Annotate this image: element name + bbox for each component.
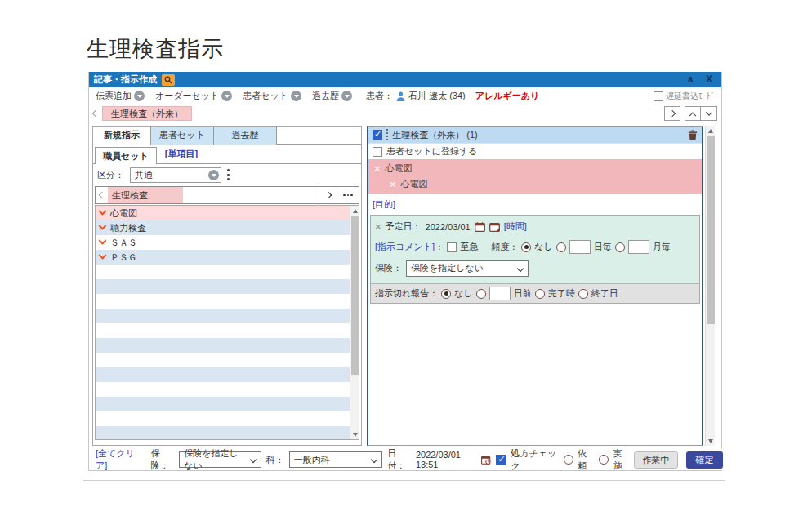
freq-daily-label: 日毎	[594, 241, 612, 253]
tab-physio-exam[interactable]: 生理検査（外来）	[102, 106, 192, 121]
request-radio[interactable]	[564, 455, 573, 465]
delay-write-mode[interactable]: 遅延書込ﾓｰﾄﾞ	[654, 91, 715, 102]
expiry-enddate-radio[interactable]	[578, 289, 588, 299]
freq-monthly-radio[interactable]	[615, 242, 625, 252]
freq-daily-radio[interactable]	[556, 242, 566, 252]
delete-order-button[interactable]	[688, 130, 698, 140]
close-button[interactable]: X	[703, 72, 716, 87]
freq-monthly-input[interactable]	[628, 240, 649, 254]
list-item[interactable]	[96, 294, 350, 309]
ordered-item-row[interactable]: × 心電図	[368, 176, 702, 192]
search-go-button[interactable]	[319, 187, 337, 203]
planned-date-value: 2022/03/01	[426, 222, 471, 232]
tab-down-button[interactable]	[701, 106, 717, 121]
list-item[interactable]: ＰＳＧ	[96, 250, 350, 265]
list-item[interactable]	[96, 353, 350, 367]
scrollbar-thumb[interactable]	[351, 216, 359, 375]
tab-new-order[interactable]: 新規指示	[93, 127, 151, 145]
category-row: 区分： 共通	[93, 164, 361, 185]
planned-date-label: 予定日：	[386, 220, 422, 233]
list-item[interactable]	[96, 411, 350, 426]
order-comment-link[interactable]: [指示コメント]：	[375, 241, 444, 253]
list-item[interactable]: 心電図	[96, 206, 350, 220]
list-item[interactable]: ＳＡＳ	[96, 235, 350, 250]
left-panel: 新規指示 患者セット 過去歴 職員セット [単項目] 区分： 共通 生理検査	[92, 126, 362, 446]
single-item-link[interactable]: [単項目]	[165, 148, 198, 163]
tab-scroll-left-icon[interactable]	[92, 109, 99, 116]
expiry-none-radio[interactable]	[441, 289, 451, 299]
clear-all-link[interactable]: [全てクリア]	[96, 447, 140, 472]
tab-updown-group	[685, 106, 717, 121]
patient-info: 患者： 石川 遼太 (34) アレルギーあり	[366, 90, 539, 102]
menu-history[interactable]: 過去歴	[312, 90, 352, 102]
freq-none-radio[interactable]	[521, 242, 531, 252]
chevron-left-icon	[98, 192, 105, 198]
list-item[interactable]	[96, 323, 350, 338]
search-scope[interactable]: 生理検査	[108, 187, 183, 203]
dropdown-circle-icon	[208, 170, 219, 180]
exam-list-scrollbar[interactable]	[350, 206, 359, 439]
order-card-title: 生理検査（外来） (1)	[392, 129, 478, 141]
urgent-checkbox[interactable]	[447, 242, 457, 252]
register-checkbox[interactable]	[373, 147, 382, 157]
subtab-staff-set[interactable]: 職員セット	[95, 147, 157, 164]
scroll-up-icon[interactable]	[706, 126, 715, 136]
ordered-item-row[interactable]: × 心電図	[368, 161, 702, 176]
tab-history[interactable]: 過去歴	[214, 127, 277, 145]
remove-item-icon[interactable]: ×	[390, 179, 396, 189]
working-button[interactable]: 作業中	[634, 452, 678, 469]
category-select[interactable]: 共通	[130, 167, 221, 183]
list-item[interactable]	[96, 309, 350, 323]
tab-patient-set[interactable]: 患者セット	[151, 127, 214, 145]
search-input[interactable]	[183, 187, 319, 203]
search-more-button[interactable]	[337, 187, 359, 203]
scroll-down-icon[interactable]	[350, 429, 359, 439]
exam-list-container: 心電図聴力検査ＳＡＳＰＳＧ	[95, 205, 359, 440]
confirm-button[interactable]: 確定	[686, 452, 723, 469]
list-item[interactable]	[96, 279, 350, 294]
time-link[interactable]: [時間]	[504, 220, 527, 233]
search-button[interactable]	[162, 74, 175, 86]
freq-daily-input[interactable]	[569, 240, 591, 254]
scroll-up-icon[interactable]	[350, 206, 359, 216]
menu-order-set[interactable]: オーダーセット	[155, 90, 232, 102]
list-item[interactable]	[96, 367, 350, 382]
chevron-down-icon	[705, 109, 712, 115]
calendar-clock-icon[interactable]	[481, 455, 491, 465]
rx-check-checkbox[interactable]	[496, 455, 506, 465]
insurance-select[interactable]: 保険を指定しない	[406, 260, 529, 277]
list-item[interactable]	[96, 397, 350, 411]
search-back-button[interactable]	[96, 187, 108, 203]
insurance-select[interactable]: 保険を指定しない	[179, 452, 261, 468]
expiry-days-radio[interactable]	[476, 289, 486, 299]
list-item[interactable]	[96, 265, 350, 279]
menu-add-slip[interactable]: 伝票追加	[96, 90, 145, 102]
menu-label: オーダーセット	[155, 90, 219, 102]
tab-next-button[interactable]	[664, 106, 680, 121]
tab-up-button[interactable]	[685, 106, 701, 121]
minimize-button[interactable]: ∧	[683, 72, 698, 87]
list-item[interactable]	[96, 426, 350, 439]
delay-write-checkbox[interactable]	[654, 91, 663, 101]
expiry-days-input[interactable]	[489, 287, 511, 300]
execute-radio[interactable]	[599, 455, 609, 465]
schedule-box: × 予定日： 2022/03/01	[370, 215, 700, 304]
calendar-flip-icon[interactable]	[489, 222, 500, 232]
right-panel-scrollbar[interactable]	[705, 126, 715, 446]
department-select[interactable]: 一般内科	[289, 452, 382, 468]
drag-handle-dots[interactable]	[386, 129, 388, 140]
expiry-complete-radio[interactable]	[535, 289, 545, 299]
order-checkbox[interactable]	[373, 130, 382, 140]
remove-date-icon[interactable]: ×	[375, 221, 381, 232]
purpose-link[interactable]: [目的]	[373, 198, 395, 211]
list-item[interactable]	[96, 382, 350, 397]
list-item[interactable]	[96, 338, 350, 353]
list-item[interactable]: 聴力検査	[96, 220, 350, 235]
scrollbar-thumb[interactable]	[707, 136, 715, 324]
scroll-down-icon[interactable]	[706, 436, 715, 446]
category-menu-dots[interactable]	[227, 169, 230, 180]
calendar-icon[interactable]	[475, 222, 485, 232]
planned-date-row: × 予定日： 2022/03/01	[375, 216, 695, 237]
menu-patient-set[interactable]: 患者セット	[243, 90, 301, 102]
remove-item-icon[interactable]: ×	[374, 163, 381, 174]
